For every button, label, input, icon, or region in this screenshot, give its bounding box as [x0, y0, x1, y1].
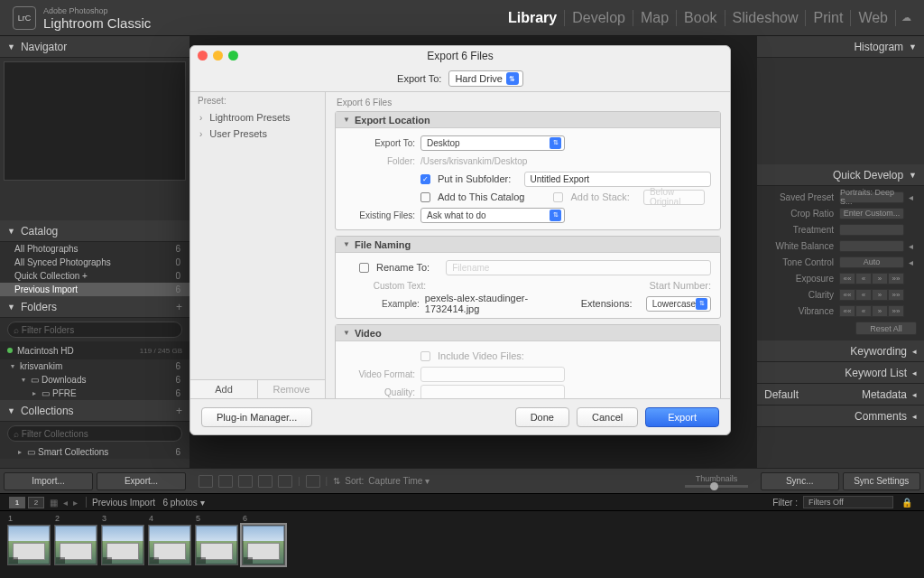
extensions-select[interactable]: Lowercase⇅	[646, 296, 711, 312]
chevron-updown-icon: ⇅	[696, 298, 707, 310]
export-to-label: Export To:	[397, 73, 441, 84]
example-value: pexels-alex-staudinger-1732414.jpg	[425, 293, 570, 314]
chevron-updown-icon: ⇅	[550, 137, 561, 149]
include-video-checkbox	[420, 351, 430, 361]
add-stack-label: Add to Stack:	[570, 191, 629, 202]
chevron-updown-icon: ⇅	[506, 72, 519, 85]
example-label: Example:	[345, 299, 420, 309]
dialog-title: Export 6 Files	[427, 50, 493, 62]
start-number-label: Start Number:	[650, 280, 711, 291]
video-format-select	[420, 367, 565, 382]
close-icon[interactable]	[198, 51, 208, 61]
video-section-header[interactable]: ▼Video	[336, 325, 720, 341]
export-confirm-button[interactable]: Export	[645, 407, 719, 427]
preset-remove-button[interactable]: Remove	[258, 380, 325, 398]
extensions-label: Extensions:	[581, 298, 633, 309]
plugin-manager-button[interactable]: Plug-in Manager...	[201, 407, 312, 427]
done-button[interactable]: Done	[515, 407, 569, 427]
loc-export-to-select[interactable]: Desktop⇅	[420, 135, 565, 151]
sections-subtitle: Export 6 Files	[337, 98, 721, 107]
loc-folder-label: Folder:	[345, 156, 415, 166]
add-catalog-label: Add to This Catalog	[438, 191, 524, 202]
stack-position-select: Below Original	[643, 190, 705, 205]
subfolder-input[interactable]	[524, 172, 711, 187]
loc-folder-path: /Users/krisvankim/Desktop	[420, 156, 527, 166]
export-to-select[interactable]: Hard Drive⇅	[448, 70, 523, 87]
preset-add-button[interactable]: Add	[190, 380, 258, 398]
zoom-icon[interactable]	[228, 51, 238, 61]
add-catalog-checkbox[interactable]	[420, 192, 430, 202]
video-quality-label: Quality:	[345, 387, 415, 397]
cancel-button[interactable]: Cancel	[577, 407, 638, 427]
minimize-icon[interactable]	[213, 51, 223, 61]
loc-export-to-label: Export To:	[345, 138, 415, 148]
naming-section-header[interactable]: ▼File Naming	[336, 237, 720, 253]
video-format-label: Video Format:	[345, 369, 415, 379]
chevron-updown-icon: ⇅	[550, 210, 561, 221]
custom-text-label: Custom Text:	[345, 281, 426, 291]
rename-label: Rename To:	[376, 262, 430, 273]
preset-user[interactable]: User Presets	[190, 126, 325, 142]
subfolder-label: Put in Subfolder:	[438, 173, 511, 184]
location-section-header[interactable]: ▼Export Location	[336, 112, 720, 128]
subfolder-checkbox[interactable]: ✓	[420, 174, 430, 184]
include-video-label: Include Video Files:	[438, 350, 524, 361]
existing-files-label: Existing Files:	[345, 210, 415, 220]
export-dialog: Export 6 Files Export To: Hard Drive⇅ Pr…	[189, 45, 731, 435]
add-stack-checkbox	[553, 192, 563, 202]
preset-lightroom[interactable]: Lightroom Presets	[190, 109, 325, 126]
existing-files-select[interactable]: Ask what to do⇅	[420, 208, 565, 223]
preset-header: Preset:	[190, 92, 325, 109]
rename-checkbox[interactable]	[359, 263, 369, 273]
rename-template-select: Filename	[446, 260, 711, 275]
video-quality-select	[420, 385, 565, 399]
